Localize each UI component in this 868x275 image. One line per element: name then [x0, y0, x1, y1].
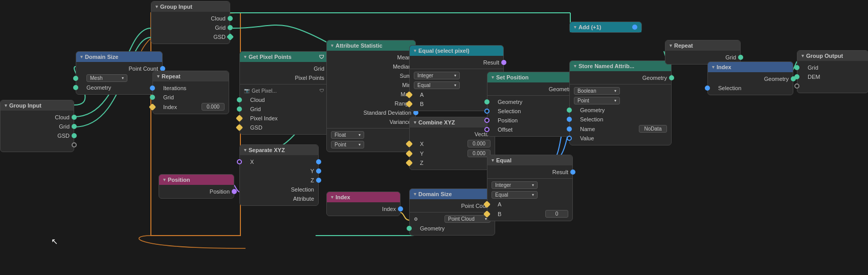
socket-selection-in[interactable] — [484, 109, 489, 114]
node-row-float: Float ▾ — [327, 130, 415, 140]
integer-dropdown[interactable]: Integer ▾ — [414, 72, 460, 79]
socket-offset-in[interactable] — [484, 127, 489, 132]
name-value[interactable]: NoData — [639, 125, 667, 133]
socket-gsd-in[interactable] — [236, 124, 243, 131]
socket-vector-in[interactable] — [237, 159, 242, 164]
node-title: Repeat — [674, 43, 693, 49]
node-get-pixel-points: ▾ Get Pixel Points 🛡 Grid Pixel Points 📷… — [239, 51, 329, 135]
chevron-icon: ▾ — [670, 43, 672, 48]
node-row-vector: Vector — [410, 130, 495, 139]
socket-empty-in[interactable] — [794, 83, 799, 89]
b-value[interactable]: 0 — [545, 210, 568, 218]
socket-iterations-in[interactable] — [150, 86, 155, 91]
socket-value-in[interactable] — [567, 136, 572, 141]
node-row-empty — [1, 140, 74, 150]
chevron-icon: ▾ — [492, 75, 494, 80]
socket-geometry-in[interactable] — [407, 226, 412, 231]
socket-y-out[interactable] — [316, 168, 321, 174]
boolean-dropdown[interactable]: Boolean ▾ — [574, 87, 620, 95]
node-equal: ▾ Equal Result Integer ▾ Equal ▾ — [487, 155, 573, 221]
socket-position-in[interactable] — [484, 118, 489, 123]
socket-z-in[interactable] — [406, 159, 413, 166]
socket-grid-in[interactable] — [150, 95, 155, 100]
socket-pixel-index-in[interactable] — [236, 115, 243, 122]
divider — [570, 84, 671, 84]
node-row-empty — [797, 81, 868, 91]
socket-x-out[interactable] — [316, 159, 321, 164]
socket-geometry-in[interactable] — [484, 99, 489, 104]
equal-dropdown[interactable]: Equal ▾ — [414, 81, 460, 89]
node-title: Separate XYZ — [249, 147, 285, 153]
socket-index-out[interactable] — [398, 206, 403, 211]
integer-dropdown-2[interactable]: Integer ▾ — [492, 181, 538, 189]
chevron-icon: ▾ — [414, 48, 416, 53]
node-row-z: Z — [240, 176, 318, 185]
socket-cloud-out[interactable] — [228, 16, 233, 21]
chevron-icon: ▾ — [414, 192, 416, 197]
subnode-icon: 📷 — [244, 88, 250, 93]
node-row-max: Max — [327, 90, 415, 99]
socket-dem-in[interactable] — [794, 74, 799, 79]
node-row-z-in: Z — [410, 158, 495, 167]
chevron-icon: ▾ — [157, 74, 160, 79]
socket-z-out[interactable] — [316, 178, 321, 183]
node-row-gsd: GSD — [151, 32, 230, 41]
socket-empty-out[interactable] — [72, 142, 77, 147]
node-get-pixel-header: ▾ Get Pixel Points 🛡 — [240, 52, 328, 62]
socket-selection-in[interactable] — [705, 86, 710, 91]
node-row-geometry-in: Geometry — [487, 97, 577, 107]
divider — [240, 84, 328, 84]
node-row-a-in: A — [487, 200, 572, 209]
node-row-pixel-index: Pixel Index — [240, 114, 328, 123]
socket-gsd-out[interactable] — [72, 133, 77, 138]
node-row-grid-in: Grid — [797, 63, 868, 72]
socket-cloud-out[interactable] — [72, 115, 77, 120]
index-value[interactable]: 0.000 — [202, 103, 225, 111]
point-dropdown-2[interactable]: Point ▾ — [574, 97, 620, 104]
chevron-icon: ▾ — [802, 53, 804, 58]
socket-grid-in[interactable] — [237, 107, 242, 112]
node-add: ▾ Add (+1) — [569, 22, 642, 33]
node-combine-xyz-header: ▾ Combine XYZ — [410, 117, 495, 128]
add-socket-right[interactable] — [632, 25, 637, 30]
mesh-dropdown[interactable]: Mesh ▾ — [86, 74, 127, 82]
chevron-icon: ▾ — [574, 64, 576, 69]
node-row-sum: Sum — [327, 71, 415, 80]
socket-geometry-in[interactable] — [73, 76, 78, 81]
node-row-geometry: Geometry — [76, 83, 162, 92]
socket-grid-out[interactable] — [738, 55, 743, 60]
node-title: Domain Size — [85, 54, 118, 60]
socket-grid-in[interactable] — [794, 65, 799, 70]
node-set-position: ▾ Set Position Geometry Geometry Selecti… — [487, 72, 578, 137]
node-row-x: X — [240, 157, 318, 166]
node-position-header: ▾ Position — [159, 175, 234, 185]
socket-result-out[interactable] — [501, 60, 506, 65]
node-row-position-out: Position — [159, 187, 234, 196]
node-title: Group Input — [160, 4, 192, 10]
node-row-value-in: Value — [570, 134, 671, 143]
socket-name-in[interactable] — [567, 126, 572, 132]
socket-grid-out[interactable] — [72, 124, 77, 129]
socket-geometry-out[interactable] — [669, 75, 674, 80]
equal-op-dropdown[interactable]: Equal ▾ — [492, 191, 538, 199]
socket-grid-out[interactable] — [228, 25, 233, 30]
node-domain-size-header: ▾ Domain Size — [76, 52, 162, 62]
node-row-boolean-dd: Boolean ▾ — [570, 86, 671, 96]
socket-position-out[interactable] — [232, 189, 237, 194]
socket-geometry-in[interactable] — [567, 108, 572, 113]
chevron-icon: ▾ — [414, 120, 416, 125]
socket-result-out[interactable] — [570, 170, 575, 175]
point-cloud-dropdown[interactable]: Point Cloud ▾ — [444, 215, 491, 223]
socket-selection-in[interactable] — [567, 117, 572, 122]
chevron-icon: ▾ — [163, 177, 166, 182]
socket-cloud-in[interactable] — [237, 97, 242, 102]
node-group-input-2-header: ▾ Group Input — [151, 2, 230, 12]
node-title: Set Position — [496, 74, 529, 80]
socket-gsd-diamond[interactable] — [227, 33, 234, 40]
socket-index-in[interactable] — [149, 103, 156, 110]
x-value[interactable]: 0.000 — [468, 140, 491, 147]
socket-geometry-in-2[interactable] — [73, 85, 78, 90]
node-row-y-in: Y 0.000 — [410, 149, 495, 158]
float-dropdown[interactable]: Float ▾ — [331, 131, 364, 139]
point-dropdown[interactable]: Point ▾ — [331, 141, 364, 149]
